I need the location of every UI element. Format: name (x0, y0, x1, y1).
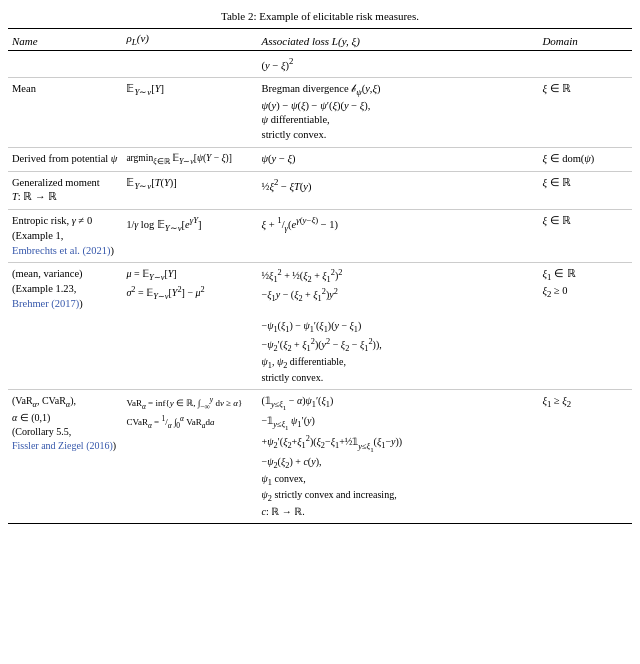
cell-domain-3: ξ ∈ ℝ (538, 171, 632, 209)
table-row: Derived from potential ψ argminξ∈ℝ 𝔼Y∼ν[… (8, 147, 632, 171)
table-row: (mean, variance) (Example 1.23, Brehmer … (8, 263, 632, 390)
table-row: Mean 𝔼Y∼ν[Y] Bregman divergence 𝒷ψ(y,ξ) … (8, 78, 632, 147)
cell-domain-4: ξ ∈ ℝ (538, 210, 632, 263)
cell-rho-6: VaRα = inf{y ∈ ℝ, ∫−∞y dν ≥ α} CVaRα = 1… (122, 390, 257, 523)
cell-loss-4: ξ + 1/γ(eγ(y−ξ) − 1) (258, 210, 539, 263)
cell-rho-4: 1/γ log 𝔼Y∼ν[eγY] (122, 210, 257, 263)
cell-loss-3: ½ξ2 − ξT(y) (258, 171, 539, 209)
cell-loss-5: ½ξ12 + ½(ξ2 + ξ12)2 −ξ1y − (ξ2 + ξ12)y2 … (258, 263, 539, 390)
cell-rho-5: μ = 𝔼Y∼ν[Y] σ2 = 𝔼Y∼ν[Y2] − μ2 (122, 263, 257, 390)
table-row: (y − ξ)2 (8, 51, 632, 78)
cell-name-5: (mean, variance) (Example 1.23, Brehmer … (8, 263, 122, 390)
col-header-loss: Associated loss L(y, ξ) (258, 29, 539, 51)
cell-name-0 (8, 51, 122, 78)
cell-rho-3: 𝔼Y∼ν[T(Y)] (122, 171, 257, 209)
cell-name-1: Mean (8, 78, 122, 147)
cell-name-2: Derived from potential ψ (8, 147, 122, 171)
col-header-name: Name (8, 29, 122, 51)
cell-domain-0 (538, 51, 632, 78)
cell-loss-6: (𝟙y≤ξ1 − α)ψ1′(ξ1) −𝟙y≤ξ1 ψ1′(y) +ψ2′(ξ2… (258, 390, 539, 523)
cell-rho-1: 𝔼Y∼ν[Y] (122, 78, 257, 147)
cell-domain-5: ξ1 ∈ ℝ ξ2 ≥ 0 (538, 263, 632, 390)
cell-rho-0 (122, 51, 257, 78)
cell-loss-0: (y − ξ)2 (258, 51, 539, 78)
cell-loss-1: Bregman divergence 𝒷ψ(y,ξ) ψ(y) − ψ(ξ) −… (258, 78, 539, 147)
page-title: Table 2: Example of elicitable risk meas… (8, 10, 632, 22)
link-embrechts[interactable]: Embrechts et al. (2021) (12, 245, 111, 256)
table-row: Generalized momentT: ℝ → ℝ 𝔼Y∼ν[T(Y)] ½ξ… (8, 171, 632, 209)
table-row: (VaRα, CVaRα), α ∈ (0,1) (Corollary 5.5,… (8, 390, 632, 523)
cell-name-6: (VaRα, CVaRα), α ∈ (0,1) (Corollary 5.5,… (8, 390, 122, 523)
table-row: Entropic risk, γ ≠ 0 (Example 1, Embrech… (8, 210, 632, 263)
cell-domain-6: ξ1 ≥ ξ2 (538, 390, 632, 523)
cell-name-4: Entropic risk, γ ≠ 0 (Example 1, Embrech… (8, 210, 122, 263)
cell-rho-2: argminξ∈ℝ 𝔼Y∼ν[ψ(Y − ξ)] (122, 147, 257, 171)
link-brehmer[interactable]: Brehmer (2017) (12, 298, 79, 309)
cell-domain-1: ξ ∈ ℝ (538, 78, 632, 147)
col-header-domain: Domain (538, 29, 632, 51)
cell-loss-2: ψ(y − ξ) (258, 147, 539, 171)
cell-name-3: Generalized momentT: ℝ → ℝ (8, 171, 122, 209)
link-fissler[interactable]: Fissler and Ziegel (2016) (12, 440, 113, 451)
col-header-rho: ρL(ν) (122, 29, 257, 51)
cell-domain-2: ξ ∈ dom(ψ) (538, 147, 632, 171)
